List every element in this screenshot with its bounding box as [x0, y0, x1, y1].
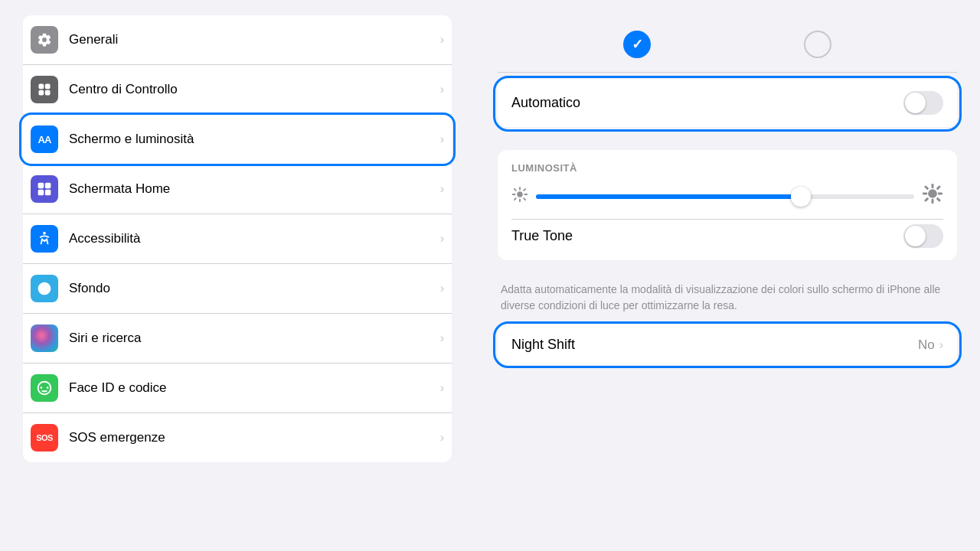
centro-icon	[31, 76, 58, 103]
siri-icon	[31, 324, 58, 352]
faceid-chevron: ›	[440, 381, 444, 395]
schermo-label: Schermo e luminosità	[69, 132, 440, 147]
automatico-label: Automatico	[511, 95, 580, 111]
night-shift-section: Night Shift No ›	[498, 324, 957, 365]
automatico-toggle-knob	[905, 93, 926, 113]
svg-rect-3	[45, 90, 51, 96]
accessibilita-chevron: ›	[440, 232, 444, 246]
sos-label: SOS emergenze	[69, 430, 440, 445]
faceid-icon	[31, 374, 58, 402]
svg-line-25	[938, 199, 939, 201]
sidebar-item-schermo[interactable]: AA Schermo e luminosità ›	[23, 115, 452, 165]
siri-chevron: ›	[440, 331, 444, 345]
sos-icon: SOS	[31, 424, 58, 452]
faceid-label: Face ID e codice	[69, 380, 440, 396]
sos-chevron: ›	[440, 431, 444, 445]
brightness-thumb[interactable]	[791, 187, 811, 207]
svg-rect-4	[38, 183, 44, 189]
sidebar-item-accessibilita[interactable]: Accessibilità ›	[23, 214, 452, 264]
true-tone-description: Adatta automaticamente la modalità di vi…	[498, 272, 957, 314]
svg-point-19	[928, 189, 937, 198]
light-mode-radio[interactable]	[623, 31, 651, 58]
automatico-section: Automatico	[498, 79, 957, 129]
svg-line-17	[524, 189, 525, 191]
svg-line-18	[514, 198, 516, 200]
right-panel: Automatico LUMINOSITÀ	[475, 0, 980, 551]
night-shift-label: Night Shift	[511, 337, 575, 353]
true-tone-row: True Tone	[511, 219, 943, 248]
home-chevron: ›	[440, 182, 444, 196]
svg-line-24	[926, 187, 927, 188]
sidebar-item-sos[interactable]: SOS SOS emergenze ›	[23, 413, 452, 462]
sun-small-icon	[511, 186, 528, 207]
svg-point-8	[43, 232, 46, 235]
svg-rect-7	[45, 190, 51, 196]
svg-rect-0	[39, 84, 44, 90]
siri-label: Siri e ricerca	[69, 331, 440, 346]
true-tone-toggle[interactable]	[903, 224, 943, 248]
luminosita-header: LUMINOSITÀ	[511, 162, 943, 174]
sfondo-icon	[31, 275, 58, 302]
brightness-row	[511, 183, 943, 210]
centro-chevron: ›	[440, 83, 444, 96]
sidebar-item-generali[interactable]: Generali ›	[23, 15, 452, 65]
svg-line-26	[938, 187, 939, 188]
generali-icon	[31, 26, 58, 54]
sfondo-chevron: ›	[440, 282, 444, 295]
sidebar-item-faceid[interactable]: Face ID e codice ›	[23, 364, 452, 413]
dark-mode-radio[interactable]	[804, 31, 831, 58]
top-divider	[498, 72, 957, 73]
true-tone-label: True Tone	[511, 228, 573, 244]
schermo-icon: AA	[31, 126, 58, 153]
svg-line-27	[926, 199, 927, 201]
accessibilita-icon	[31, 225, 58, 253]
night-shift-chevron: ›	[939, 338, 943, 352]
sun-large-icon	[922, 183, 943, 210]
automatico-row: Automatico	[498, 79, 957, 127]
home-icon	[31, 175, 58, 203]
svg-rect-5	[45, 183, 51, 189]
luminosita-section: LUMINOSITÀ	[498, 150, 957, 260]
sidebar-item-home[interactable]: Schermata Home ›	[23, 165, 452, 214]
schermo-chevron: ›	[440, 132, 444, 146]
night-shift-row[interactable]: Night Shift No ›	[498, 324, 957, 365]
true-tone-knob	[905, 226, 926, 246]
svg-rect-6	[38, 190, 44, 196]
svg-line-15	[514, 189, 516, 191]
home-label: Schermata Home	[69, 181, 440, 197]
sidebar-item-centro[interactable]: Centro di Controllo ›	[23, 65, 452, 115]
svg-line-16	[524, 198, 525, 200]
luminosita-container: LUMINOSITÀ	[498, 150, 957, 314]
sidebar-item-sfondo[interactable]: Sfondo ›	[23, 264, 452, 314]
centro-label: Centro di Controllo	[69, 82, 440, 97]
brightness-slider[interactable]	[536, 194, 914, 199]
sidebar-item-siri[interactable]: Siri e ricerca ›	[23, 314, 452, 364]
svg-rect-2	[39, 90, 44, 96]
svg-rect-1	[45, 84, 51, 90]
generali-label: Generali	[69, 32, 440, 47]
night-shift-value: No	[918, 337, 935, 353]
night-shift-value-container: No ›	[918, 337, 943, 353]
sidebar: Generali › Centro di Controllo › AA Sche…	[0, 0, 475, 551]
svg-point-10	[517, 191, 522, 197]
accessibilita-label: Accessibilità	[69, 231, 440, 246]
automatico-toggle[interactable]	[903, 91, 943, 115]
appearance-radio-row	[498, 15, 957, 66]
sfondo-label: Sfondo	[69, 281, 440, 296]
generali-chevron: ›	[440, 33, 444, 47]
brightness-fill	[536, 194, 801, 199]
